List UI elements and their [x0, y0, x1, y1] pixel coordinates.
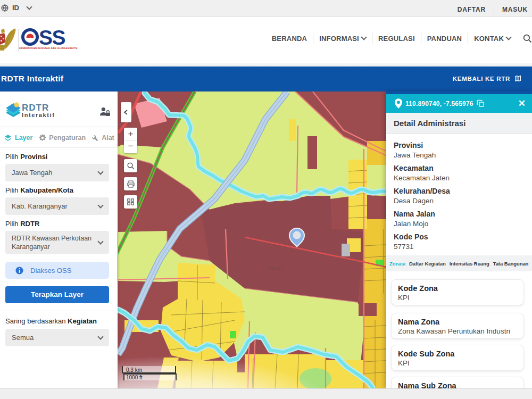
svg-text:SS: SS: [39, 28, 65, 49]
svg-text:1000 ft: 1000 ft: [126, 375, 143, 380]
svg-text:0.3 km: 0.3 km: [126, 367, 142, 373]
svg-text:114 m: 114 m: [269, 266, 281, 271]
svg-text:KEMENTERIAN INVESTASI DAN HILI: KEMENTERIAN INVESTASI DAN HILIRISASI/BKP…: [19, 47, 78, 49]
